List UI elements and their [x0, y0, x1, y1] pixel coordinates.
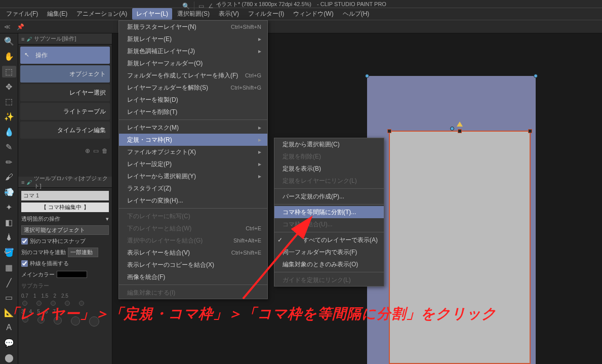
menu-window[interactable]: ウィンドウ(W) [289, 8, 337, 20]
draw-border-checkbox[interactable] [21, 260, 28, 267]
subtool-menu-icon[interactable]: ▭ [93, 147, 99, 154]
balloon-tool-icon[interactable]: 💬 [2, 337, 16, 349]
submenu-create-perspective[interactable]: パース定規の作成(P)... [274, 190, 384, 203]
text-tool-icon[interactable]: A [2, 322, 16, 334]
triangle-handle-icon[interactable] [457, 122, 463, 127]
submenu-show-ruler[interactable]: 定規を表示(B) [274, 163, 384, 175]
subtool-light-table[interactable]: ライトテーブル [20, 103, 110, 120]
cursor-icon: ↖ [24, 51, 32, 59]
help-icon[interactable]: ? [218, 3, 221, 10]
zoom-tool-icon[interactable]: 🔍 [2, 35, 16, 48]
menu-transfer-down: 下のレイヤーに転写(C) [119, 210, 267, 222]
delete-subtool-icon[interactable]: 🗑 [102, 147, 108, 154]
zoom-icon[interactable]: 🔍 [182, 3, 190, 10]
frame-tool-icon[interactable]: ▭ [2, 292, 16, 304]
pencil-tool-icon[interactable]: ✏ [2, 156, 16, 168]
eyedropper-tool-icon[interactable]: 💧 [2, 126, 16, 138]
snap-checkbox[interactable] [21, 238, 28, 245]
top-toolbar: ≪ 📌 🔍 ▭ ∠ ? [0, 20, 602, 33]
submenu-link-guide: ガイドを定規にリンク(L) [274, 274, 384, 286]
menu-ruler-frame[interactable]: 定規・コマ枠(R)▸ [119, 134, 267, 146]
menu-unfold-folder[interactable]: レイヤーフォルダーを解除(S)Ctrl+Shift+G [119, 82, 267, 94]
koma-tab[interactable]: コマ 1 [21, 191, 109, 200]
menu-merge-selected: 選択中のレイヤーを結合(G)Shift+Alt+E [119, 234, 267, 247]
menu-delete[interactable]: レイヤーを削除(T) [119, 106, 267, 118]
menu-merge-visible[interactable]: 表示レイヤーを結合(V)Ctrl+Shift+E [119, 247, 267, 259]
submenu-select-from-ruler[interactable]: 定規から選択範囲(C) [274, 138, 384, 150]
submenu-show-all-layers[interactable]: ✓ すべてのレイヤーで表示(A) [274, 234, 384, 246]
gradient-tool-icon[interactable]: ▦ [2, 261, 16, 273]
airbrush-tool-icon[interactable]: 💨 [2, 186, 16, 198]
menu-duplicate[interactable]: レイヤーを複製(D) [119, 94, 267, 106]
instruction-text: 「レイヤー」＞「定規・コマ枠」＞「コマ枠を等間隔に分割」をクリック [5, 304, 497, 323]
layer-dropdown-menu: 新規ラスターレイヤー(N)Ctrl+Shift+N 新規レイヤー(E)▸ 新規色… [118, 20, 268, 299]
pen-tool-icon[interactable]: ✎ [2, 141, 16, 153]
editing-label: 【 コマ枠編集中 】 [21, 203, 109, 212]
brush-tool-icon[interactable]: 🖌 [2, 171, 16, 183]
prop-transparent: 透明箇所の操作▾ [21, 214, 109, 223]
menu-convert[interactable]: レイヤーの変換(H)... [119, 194, 267, 207]
menu-rasterize[interactable]: ラスタライズ(Z) [119, 182, 267, 194]
eraser-tool-icon[interactable]: ◧ [2, 216, 16, 228]
subtool-object[interactable]: オブジェクト [20, 65, 110, 83]
menu-edit[interactable]: 編集(E) [43, 8, 71, 20]
figure-tool-icon[interactable]: ╱ [2, 276, 16, 289]
submenu-delete-ruler: 定規を削除(E) [274, 150, 384, 163]
menu-help[interactable]: ヘルプ(H) [339, 8, 374, 20]
decoration-tool-icon[interactable]: ✦ [2, 201, 16, 213]
menu-settings[interactable]: レイヤー設定(P)▸ [119, 158, 267, 170]
collapse-icon[interactable]: ≪ [2, 22, 12, 32]
menu-new-folder[interactable]: 新規レイヤーフォルダー(O) [119, 57, 267, 69]
menu-from-selection[interactable]: レイヤーから選択範囲(Y)▸ [119, 170, 267, 182]
submenu-show-same-folder[interactable]: 同一フォルダー内で表示(F) [274, 246, 384, 258]
marquee-tool-icon[interactable]: ⬚ [2, 96, 16, 108]
submenu-divide-frame[interactable]: コマ枠を等間隔に分割(T)... [274, 206, 384, 218]
submenu-show-only-edit[interactable]: 編集対象のときのみ表示(O) [274, 258, 384, 270]
menu-layer[interactable]: レイヤー(L) [132, 8, 172, 20]
submenu-link-ruler: 定規をレイヤーにリンク(L) [274, 175, 384, 187]
menu-merge-visible-copy[interactable]: 表示レイヤーのコピーを結合(X) [119, 259, 267, 271]
menu-edit-target: 編集対象にする(I) [119, 287, 267, 299]
angle-tool-icon[interactable]: ∠ [208, 3, 214, 10]
subtool-layer-select[interactable]: レイヤー選択 [20, 84, 110, 101]
menu-flatten[interactable]: 画像を統合(F) [119, 271, 267, 283]
rect-tool-icon[interactable]: ▭ [198, 3, 204, 10]
fill-tool-icon[interactable]: 🪣 [2, 247, 16, 259]
blend-tool-icon[interactable]: 🌢 [2, 231, 16, 244]
hand-tool-icon[interactable]: ✋ [2, 51, 16, 63]
koma-frame[interactable] [389, 131, 531, 364]
subtool-timeline-edit[interactable]: タイムライン編集 [20, 122, 110, 139]
pin-icon[interactable]: 📌 [15, 22, 25, 32]
link-mode-select[interactable]: 一部連動 [68, 248, 98, 257]
wand-tool-icon[interactable]: ✨ [2, 111, 16, 123]
subtool-operate[interactable]: ↖ 操作 [20, 47, 110, 64]
menu-new-raster[interactable]: 新規ラスターレイヤー(N)Ctrl+Shift+N [119, 21, 267, 33]
menu-animation[interactable]: アニメーション(A) [72, 8, 131, 20]
menu-merge-down: 下のレイヤーと結合(W)Ctrl+E [119, 222, 267, 234]
main-color-swatch[interactable] [57, 271, 87, 278]
subtool-header: ≡🖌サブツール[操作] [18, 33, 112, 45]
selectable-objects-select[interactable]: 選択可能なオブジェクト [21, 225, 109, 235]
tool-property-header: ≡🖌ツールプロパティ[オブジェクト] [18, 177, 112, 188]
menu-file-object[interactable]: ファイルオブジェクト(X)▸ [119, 146, 267, 158]
brush-size-row: 0.7 1 1.5 2 2.5 [21, 293, 109, 299]
menu-file[interactable]: ファイル(F) [2, 8, 42, 20]
menu-bar: ファイル(F) 編集(E) アニメーション(A) レイヤー(L) 選択範囲(S)… [0, 8, 602, 20]
menu-new-layer[interactable]: 新規レイヤー(E)▸ [119, 33, 267, 45]
menu-filter[interactable]: フィルター(I) [244, 8, 288, 20]
add-subtool-icon[interactable]: ⊕ [85, 147, 90, 154]
ruler-frame-submenu: 定規から選択範囲(C) 定規を削除(E) 定規を表示(B) 定規をレイヤーにリン… [274, 138, 384, 287]
operation-tool-icon[interactable]: ⬚ [2, 66, 16, 78]
move-tool-icon[interactable]: ✥ [2, 80, 16, 93]
submenu-merge-frame: コマ枠を結合(U)... [274, 218, 384, 230]
dropdown-icon[interactable]: ▾ [106, 216, 109, 222]
menu-mask[interactable]: レイヤーマスク(M)▸ [119, 122, 267, 134]
correction-tool-icon[interactable]: ⬤ [2, 352, 16, 364]
menu-new-correction[interactable]: 新規色調補正レイヤー(J)▸ [119, 45, 267, 57]
menu-create-folder-insert[interactable]: フォルダーを作成してレイヤーを挿入(F)Ctrl+G [119, 69, 267, 82]
title-bar: イラスト* (780 x 1800px 72dpi 42.5%) - CLIP … [0, 0, 602, 8]
